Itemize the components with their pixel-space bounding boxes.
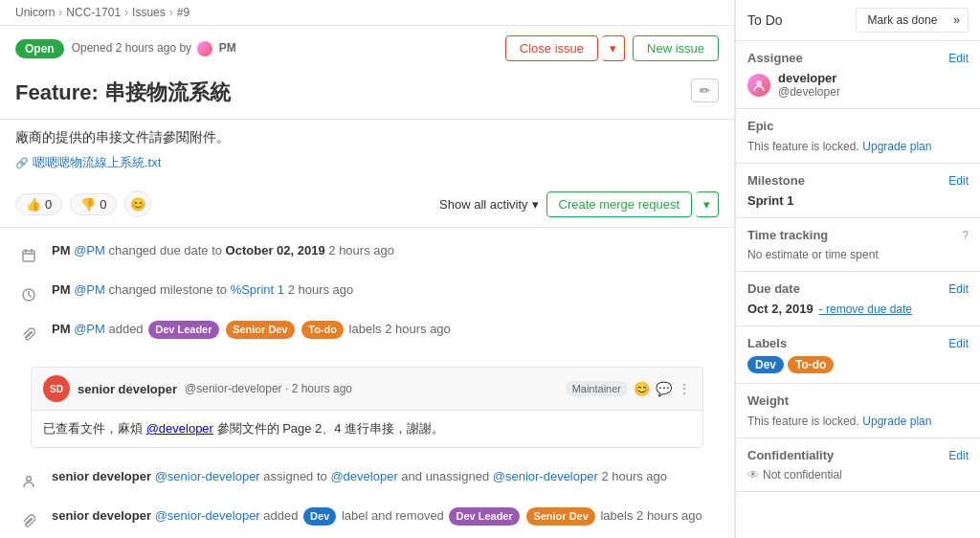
edit-title-button[interactable]: ✏ bbox=[691, 78, 719, 102]
activity-text: PM @PM changed due date to October 02, 2… bbox=[52, 241, 394, 260]
thumbs-down-count: 0 bbox=[100, 197, 106, 212]
comment-container: SD senior developer @senior-developer · … bbox=[0, 353, 734, 461]
sidebar-confidentiality-section: Confidentiality Edit 👁 Not confidential bbox=[736, 438, 980, 492]
close-issue-dropdown[interactable]: ▾ bbox=[602, 35, 625, 61]
activity-text: senior developer @senior-developer assig… bbox=[52, 467, 667, 486]
activity-text: senior developer @senior-developer added… bbox=[52, 506, 702, 526]
show-activity-button[interactable]: Show all activity ▾ bbox=[439, 197, 538, 212]
issue-description: 廠商的提供的串接文件請參閱附件。 bbox=[15, 129, 719, 146]
issue-body: 廠商的提供的串接文件請參閱附件。 嗯嗯嗯物流線上系統.txt bbox=[0, 120, 734, 181]
edit-labels-button[interactable]: Edit bbox=[948, 337, 969, 350]
list-item: senior developer @senior-developer assig… bbox=[0, 461, 734, 501]
due-date-label: Due date bbox=[747, 281, 800, 296]
breadcrumb-unicorn[interactable]: Unicorn bbox=[15, 6, 55, 19]
todo-label: To Do bbox=[747, 12, 783, 28]
help-icon: ? bbox=[962, 229, 969, 242]
emoji-reaction-button[interactable]: 😊 bbox=[634, 381, 650, 396]
close-issue-button[interactable]: Close issue bbox=[505, 35, 598, 61]
svg-line-6 bbox=[29, 295, 32, 297]
label-pill-todo: To-do bbox=[788, 356, 834, 373]
maintainer-badge: Maintainer bbox=[566, 381, 628, 396]
confidentiality-value: 👁 Not confidential bbox=[747, 468, 969, 482]
weight-locked-text: This feature is locked. bbox=[747, 415, 859, 428]
status-badge: Open bbox=[15, 39, 64, 58]
merge-request-dropdown[interactable]: ▾ bbox=[696, 191, 719, 217]
weight-upgrade-link[interactable]: Upgrade plan bbox=[862, 415, 931, 428]
todo-bar: To Do Mark as done » bbox=[736, 0, 980, 41]
milestone-value: Sprint 1 bbox=[747, 193, 969, 208]
breadcrumb-project[interactable]: NCC-1701 bbox=[66, 6, 121, 19]
due-date-value: Oct 2, 2019 bbox=[747, 302, 813, 316]
comment-block: SD senior developer @senior-developer · … bbox=[31, 367, 703, 448]
paperclip-icon bbox=[15, 507, 42, 534]
svg-rect-0 bbox=[23, 251, 34, 261]
label-pill-dev: Dev bbox=[747, 356, 784, 373]
svg-point-7 bbox=[27, 477, 32, 482]
activity-text: PM @PM changed milestone to %Sprint 1 2 … bbox=[52, 280, 353, 300]
issue-title-section: Feature: 串接物流系統 ✏ bbox=[0, 71, 734, 120]
assignee-row: developer @developer bbox=[747, 71, 969, 99]
list-item: PM @PM changed milestone to %Sprint 1 2 … bbox=[0, 275, 734, 314]
thumbs-up-count: 0 bbox=[45, 197, 52, 212]
assignee-label: Assignee bbox=[747, 51, 803, 65]
labels-row: Dev To-do bbox=[747, 356, 969, 373]
todo-more-button[interactable]: » bbox=[946, 8, 969, 33]
confidentiality-label: Confidentiality bbox=[747, 448, 834, 462]
sidebar-epic-section: Epic This feature is locked. Upgrade pla… bbox=[736, 109, 980, 164]
epic-upgrade-link[interactable]: Upgrade plan bbox=[862, 140, 931, 153]
mark-as-done-button[interactable]: Mark as done bbox=[856, 8, 950, 33]
person-icon bbox=[15, 468, 42, 495]
epic-locked-text: This feature is locked. bbox=[747, 140, 859, 153]
reactions-row: 👍 0 👎 0 😊 Show all activity ▾ Create mer… bbox=[0, 181, 734, 228]
weight-label: Weight bbox=[747, 393, 789, 408]
remove-due-date-link[interactable]: - remove due date bbox=[819, 303, 912, 316]
epic-label: Epic bbox=[747, 119, 773, 133]
sidebar-time-tracking-section: Time tracking ? No estimate or time spen… bbox=[736, 218, 980, 272]
clock-icon bbox=[15, 281, 42, 308]
labels-label: Labels bbox=[747, 336, 787, 350]
edit-milestone-button[interactable]: Edit bbox=[948, 174, 969, 188]
svg-point-8 bbox=[756, 80, 762, 86]
comment-avatar: SD bbox=[43, 375, 70, 402]
issue-meta: Opened 2 hours ago by PM bbox=[72, 41, 236, 56]
eye-icon: 👁 bbox=[747, 468, 759, 482]
sidebar-labels-section: Labels Edit Dev To-do bbox=[736, 326, 980, 384]
activity-list: PM @PM changed due date to October 02, 2… bbox=[0, 228, 734, 538]
breadcrumb-issues[interactable]: Issues bbox=[132, 6, 166, 19]
breadcrumb-issue-num: #9 bbox=[177, 6, 189, 19]
paperclip-icon bbox=[15, 321, 42, 347]
more-options-button[interactable]: ⋮ bbox=[678, 381, 691, 396]
reply-button[interactable]: 💬 bbox=[656, 381, 672, 396]
sidebar-weight-section: Weight This feature is locked. Upgrade p… bbox=[736, 384, 980, 438]
comment-header: SD senior developer @senior-developer · … bbox=[32, 368, 702, 411]
list-item: senior developer @senior-developer added… bbox=[0, 501, 734, 538]
issue-header: Open Opened 2 hours ago by PM Close issu… bbox=[0, 26, 734, 71]
list-item: PM @PM changed due date to October 02, 2… bbox=[0, 235, 734, 275]
edit-due-date-button[interactable]: Edit bbox=[948, 282, 969, 296]
thumbs-down-button[interactable]: 👎 0 bbox=[70, 193, 117, 215]
assignee-handle: @developer bbox=[778, 85, 840, 99]
assignee-name: developer bbox=[778, 71, 840, 85]
milestone-label: Milestone bbox=[747, 173, 805, 188]
issue-title: Feature: 串接物流系統 bbox=[15, 78, 231, 107]
comment-meta: @senior-developer · 2 hours ago bbox=[185, 382, 352, 395]
comment-body: 已查看文件，麻煩 @developer 參閱文件的 Page 2、4 進行串接，… bbox=[32, 411, 702, 447]
sidebar-due-date-section: Due date Edit Oct 2, 2019 - remove due d… bbox=[736, 272, 980, 326]
edit-assignee-button[interactable]: Edit bbox=[948, 52, 969, 65]
sidebar-assignee-section: Assignee Edit developer @developer bbox=[736, 41, 980, 109]
create-merge-request-button[interactable]: Create merge request bbox=[546, 191, 692, 217]
calendar-icon bbox=[15, 242, 42, 269]
attachment-link[interactable]: 嗯嗯嗯物流線上系統.txt bbox=[15, 154, 719, 171]
new-issue-button[interactable]: New issue bbox=[633, 35, 719, 61]
right-sidebar: To Do Mark as done » Assignee Edit devel… bbox=[735, 0, 980, 538]
thumbs-up-button[interactable]: 👍 0 bbox=[15, 193, 62, 215]
edit-confidentiality-button[interactable]: Edit bbox=[948, 449, 969, 462]
list-item: PM @PM added Dev Leader Senior Dev To-do… bbox=[0, 314, 734, 353]
comment-author: senior developer bbox=[78, 382, 177, 396]
activity-text: PM @PM added Dev Leader Senior Dev To-do… bbox=[52, 320, 451, 339]
breadcrumb: Unicorn › NCC-1701 › Issues › #9 bbox=[0, 0, 734, 26]
sidebar-milestone-section: Milestone Edit Sprint 1 bbox=[736, 164, 980, 218]
time-tracking-value: No estimate or time spent bbox=[747, 248, 969, 261]
time-tracking-label: Time tracking bbox=[747, 228, 828, 242]
add-emoji-button[interactable]: 😊 bbox=[124, 191, 151, 217]
